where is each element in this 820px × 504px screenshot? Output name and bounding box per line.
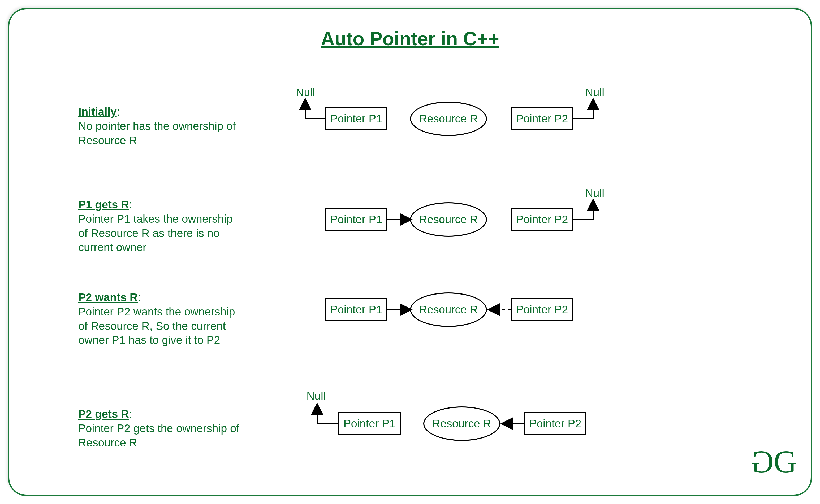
resource-ellipse-3: Resource R [410, 292, 487, 327]
step-row-3: P2 wants R: Pointer P2 wants the ownersh… [9, 288, 811, 372]
step-diagram-3: Pointer P1 Resource R Pointer P2 [291, 288, 609, 341]
step-desc-3: P2 wants R: Pointer P2 wants the ownersh… [78, 290, 243, 347]
step-row-2: P1 gets R: Pointer P1 takes the ownershi… [9, 190, 811, 264]
diagram-frame: Auto Pointer in C++ Initially: No pointe… [8, 8, 812, 496]
step-body-2: Pointer P1 takes the ownership of Resour… [78, 213, 233, 254]
step-desc-2: P1 gets R: Pointer P1 takes the ownershi… [78, 198, 243, 255]
step-body-4: Pointer P2 gets the ownership of Resourc… [78, 422, 240, 449]
step-body-3: Pointer P2 wants the ownership of Resour… [78, 305, 235, 347]
step-heading-1: Initially [78, 106, 117, 118]
null-label-p2-1: Null [585, 86, 604, 99]
step-diagram-4: Null Pointer P1 Resource R Pointer P2 [291, 394, 609, 447]
null-label-p2-2: Null [585, 187, 604, 200]
resource-ellipse-1: Resource R [410, 102, 487, 136]
null-label-p1-4: Null [307, 390, 326, 402]
pointer-p1-box-1: Pointer P1 [325, 107, 387, 130]
step-body-1: No pointer has the ownership of Resource… [78, 120, 236, 147]
pointer-p1-box-4: Pointer P1 [338, 412, 401, 435]
pointer-p2-box-1: Pointer P2 [511, 107, 573, 130]
gfg-logo: GG [757, 444, 791, 480]
pointer-p1-box-3: Pointer P1 [325, 298, 387, 321]
pointer-p2-box-3: Pointer P2 [511, 298, 573, 321]
step-heading-3: P2 wants R [78, 291, 138, 304]
step-heading-4: P2 gets R [78, 408, 129, 420]
resource-ellipse-2: Resource R [410, 202, 487, 237]
step-row-1: Initially: No pointer has the ownership … [9, 97, 811, 166]
resource-ellipse-4: Resource R [423, 406, 500, 441]
step-desc-1: Initially: No pointer has the ownership … [78, 105, 243, 147]
diagram-title: Auto Pointer in C++ [9, 28, 811, 50]
null-label-p1-1: Null [296, 86, 315, 99]
step-heading-2: P1 gets R [78, 198, 129, 211]
step-row-4: P2 gets R: Pointer P2 gets the ownership… [9, 394, 811, 463]
pointer-p2-box-2: Pointer P2 [511, 208, 573, 231]
pointer-p2-box-4: Pointer P2 [524, 412, 586, 435]
pointer-p1-box-2: Pointer P1 [325, 208, 387, 231]
step-diagram-2: Pointer P1 Resource R Pointer P2 Null [291, 190, 609, 243]
step-diagram-1: Null Pointer P1 Resource R Pointer P2 Nu… [291, 97, 609, 150]
step-desc-4: P2 gets R: Pointer P2 gets the ownership… [78, 407, 243, 450]
